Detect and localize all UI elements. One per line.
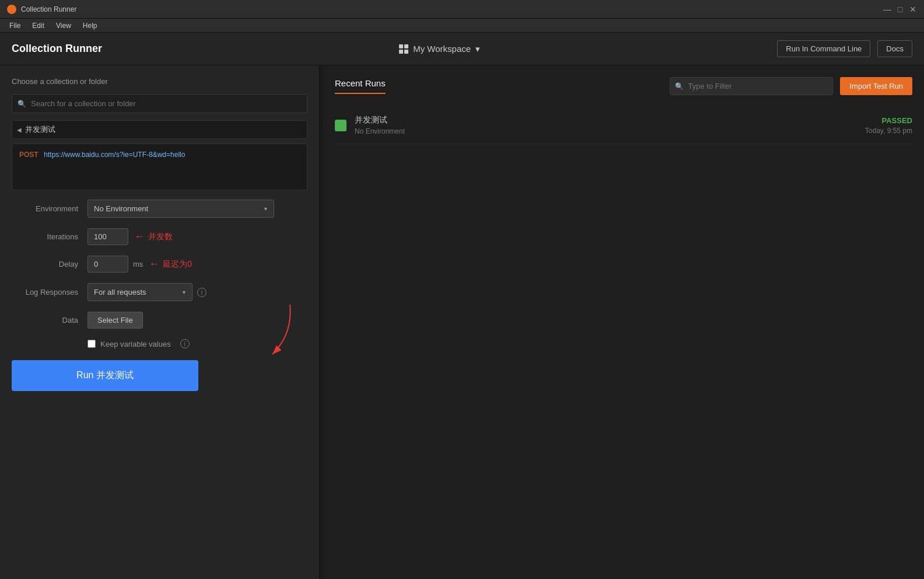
delay-input[interactable]: 0 <box>88 256 128 273</box>
runs-list: 并发测试 No Environment PASSED Today, 9:55 p… <box>335 107 912 144</box>
iterations-input[interactable]: 100 <box>88 228 128 245</box>
iterations-annotation-text: 并发数 <box>148 232 173 242</box>
app-title: Collection Runner <box>12 43 102 55</box>
docs-button[interactable]: Docs <box>877 40 912 57</box>
filter-search-icon: 🔍 <box>675 82 684 90</box>
keep-variable-info-icon[interactable]: i <box>180 339 190 348</box>
delay-unit: ms <box>133 260 143 268</box>
request-method: POST <box>19 151 38 159</box>
run-status-indicator <box>335 120 346 131</box>
data-label: Data <box>12 316 88 325</box>
iterations-row: Iterations 100 ← 并发数 <box>12 228 307 245</box>
iterations-label: Iterations <box>12 232 88 241</box>
environment-label: Environment <box>12 204 88 213</box>
request-url: https://www.baidu.com/s?ie=UTF-8&wd=hell… <box>44 151 185 159</box>
header: Collection Runner My Workspace ▾ Run In … <box>0 33 924 65</box>
environment-control: No Environment <box>88 200 307 218</box>
minimize-button[interactable]: — <box>883 5 891 13</box>
menu-view[interactable]: View <box>51 20 76 31</box>
keep-variable-checkbox[interactable] <box>88 340 96 348</box>
filter-search-box: 🔍 <box>670 77 833 95</box>
iterations-control: 100 ← 并发数 <box>88 228 307 245</box>
run-button[interactable]: Run 并发测试 <box>12 360 198 391</box>
iterations-annotation: ← 并发数 <box>134 231 173 243</box>
titlebar-controls[interactable]: — □ ✕ <box>883 5 917 13</box>
delay-arrow-icon: ← <box>149 258 159 270</box>
main-container: Choose a collection or folder 🔍 ◀ 并发测试 P… <box>0 65 924 579</box>
run-arrow-svg <box>255 305 302 357</box>
collection-item[interactable]: ◀ 并发测试 <box>12 120 307 139</box>
titlebar: Collection Runner — □ ✕ <box>0 0 924 19</box>
recent-runs-tab[interactable]: Recent Runs <box>335 78 386 94</box>
delay-annotation-text: 延迟为0 <box>163 259 192 270</box>
workspace-name: My Workspace <box>413 44 471 54</box>
titlebar-left: Collection Runner <box>7 5 76 14</box>
menu-help[interactable]: Help <box>78 20 102 31</box>
log-responses-row: Log Responses For all requests For faile… <box>12 283 307 301</box>
import-test-run-button[interactable]: Import Test Run <box>840 77 912 95</box>
select-file-button[interactable]: Select File <box>88 312 143 329</box>
table-row[interactable]: 并发测试 No Environment PASSED Today, 9:55 p… <box>335 107 912 144</box>
delay-control: 0 ms ← 延迟为0 <box>88 256 307 273</box>
search-box: 🔍 <box>12 94 307 113</box>
environment-select[interactable]: No Environment <box>88 200 274 218</box>
close-button[interactable]: ✕ <box>909 5 917 13</box>
filter-search-input[interactable] <box>670 77 833 95</box>
search-icon: 🔍 <box>18 100 26 108</box>
titlebar-title: Collection Runner <box>21 5 76 13</box>
log-responses-control: For all requests For failed requests Non… <box>88 283 307 301</box>
request-box: POST https://www.baidu.com/s?ie=UTF-8&wd… <box>12 144 307 190</box>
run-section: Run 并发测试 <box>12 360 307 391</box>
right-header: Recent Runs 🔍 Import Test Run <box>335 77 912 95</box>
run-in-command-line-button[interactable]: Run In Command Line <box>777 40 870 57</box>
workspace-icon <box>399 44 408 54</box>
log-responses-label: Log Responses <box>12 288 88 297</box>
environment-row: Environment No Environment <box>12 200 307 218</box>
iterations-arrow-icon: ← <box>134 231 145 243</box>
run-status-passed: PASSED <box>865 116 912 125</box>
run-result: PASSED Today, 9:55 pm <box>865 116 912 135</box>
maximize-button[interactable]: □ <box>896 5 904 13</box>
delay-row: Delay 0 ms ← 延迟为0 <box>12 256 307 273</box>
collection-name: 并发测试 <box>25 124 55 135</box>
run-time: Today, 9:55 pm <box>865 127 912 135</box>
run-info: 并发测试 No Environment <box>355 115 857 135</box>
app-icon <box>7 5 16 14</box>
menu-edit[interactable]: Edit <box>27 20 49 31</box>
log-responses-info-icon[interactable]: i <box>197 288 206 297</box>
workspace-selector[interactable]: My Workspace ▾ <box>399 44 480 54</box>
log-responses-select[interactable]: For all requests For failed requests Non… <box>88 283 192 301</box>
workspace-chevron: ▾ <box>475 44 480 54</box>
run-name: 并发测试 <box>355 115 857 125</box>
log-responses-select-wrapper: For all requests For failed requests Non… <box>88 283 192 301</box>
keep-variable-label: Keep variable values <box>100 340 171 348</box>
left-panel: Choose a collection or folder 🔍 ◀ 并发测试 P… <box>0 65 320 579</box>
menu-file[interactable]: File <box>5 20 25 31</box>
delay-label: Delay <box>12 260 88 268</box>
header-right: Run In Command Line Docs <box>777 40 912 57</box>
delay-annotation: ← 延迟为0 <box>149 258 192 270</box>
run-environment: No Environment <box>355 127 857 135</box>
collection-arrow-icon: ◀ <box>17 127 22 133</box>
right-panel: Recent Runs 🔍 Import Test Run 并发测试 No En… <box>323 65 924 579</box>
environment-select-wrapper: No Environment <box>88 200 274 218</box>
section-title: Choose a collection or folder <box>12 77 307 86</box>
collection-search-input[interactable] <box>12 94 307 113</box>
menubar: File Edit View Help <box>0 19 924 33</box>
